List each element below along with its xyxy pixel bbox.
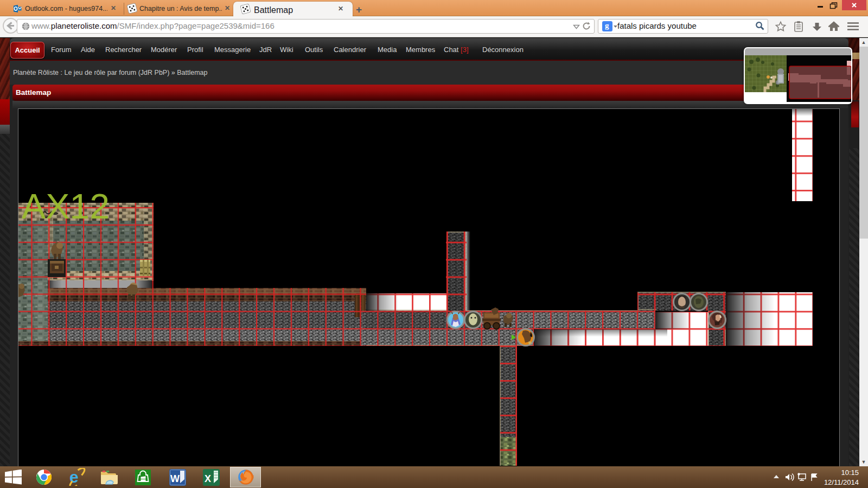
svg-text:AX12: AX12 (22, 187, 110, 226)
svg-text:X: X (205, 473, 211, 484)
svg-text:W: W (170, 473, 180, 484)
